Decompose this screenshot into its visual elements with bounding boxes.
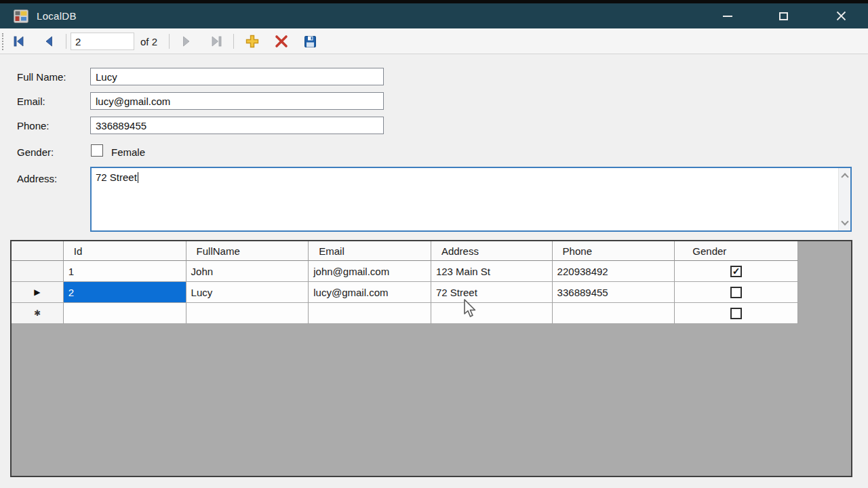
delete-button[interactable] xyxy=(272,32,291,51)
gender-label: Gender: xyxy=(17,146,54,158)
cell-fullname[interactable] xyxy=(186,303,309,324)
text-caret xyxy=(138,172,139,183)
column-header-phone[interactable]: Phone xyxy=(553,241,675,261)
gender-checkbox[interactable] xyxy=(91,144,103,157)
column-header-address[interactable]: Address xyxy=(431,241,553,261)
maximize-button[interactable] xyxy=(768,3,799,28)
position-input[interactable] xyxy=(71,33,134,50)
row-header[interactable] xyxy=(12,261,64,282)
cell-fullname[interactable]: John xyxy=(186,261,309,282)
move-next-button[interactable] xyxy=(177,32,196,51)
cell-id[interactable]: 1 xyxy=(64,261,186,282)
close-button[interactable] xyxy=(825,3,856,28)
cell-gender[interactable] xyxy=(675,282,798,303)
binding-navigator-toolbar: of 2 xyxy=(0,28,868,54)
cell-phone[interactable]: 336889455 xyxy=(553,282,675,303)
column-header-id[interactable]: Id xyxy=(64,241,186,261)
cell-id-selected[interactable]: 2 xyxy=(64,282,186,303)
full-name-input[interactable] xyxy=(90,68,384,85)
grid-corner-header[interactable] xyxy=(12,241,64,261)
email-label: Email: xyxy=(17,96,45,107)
cell-gender[interactable] xyxy=(675,303,798,324)
table-row-selected: ▶ 2 Lucy lucy@gmail.com 72 Street 336889… xyxy=(12,282,798,303)
toolbar-separator xyxy=(169,34,170,49)
table-row: 1 John john@gmail.com 123 Main St 220938… xyxy=(12,261,798,282)
delete-icon xyxy=(274,34,289,49)
cell-address[interactable]: 123 Main St xyxy=(431,261,553,282)
move-last-icon xyxy=(210,35,223,48)
move-first-icon xyxy=(12,35,26,48)
cell-address[interactable]: 72 Street xyxy=(431,282,553,303)
save-button[interactable] xyxy=(300,32,319,51)
move-next-icon xyxy=(180,35,193,48)
cell-phone[interactable] xyxy=(553,303,675,324)
email-input[interactable] xyxy=(90,92,384,110)
gender-checkbox-label: Female xyxy=(111,146,145,158)
grid-header-row: Id FullName Email Address Phone Gender xyxy=(12,241,798,261)
scroll-down-icon[interactable] xyxy=(841,218,848,225)
toolbar-grip[interactable] xyxy=(2,33,3,50)
column-header-gender[interactable]: Gender xyxy=(675,241,798,261)
gender-cell-checkbox[interactable]: ✓ xyxy=(730,266,742,277)
record-count-label: of 2 xyxy=(140,36,157,47)
cell-address[interactable] xyxy=(431,303,553,324)
gender-cell-checkbox[interactable] xyxy=(730,287,742,298)
phone-label: Phone: xyxy=(17,120,50,131)
close-icon xyxy=(836,11,846,21)
scroll-up-icon[interactable] xyxy=(841,173,848,180)
row-header-new[interactable]: ✱ xyxy=(12,303,64,324)
toolbar-separator xyxy=(66,34,66,49)
address-text: 72 Street xyxy=(96,171,138,183)
address-label: Address: xyxy=(17,173,57,184)
cell-id[interactable] xyxy=(64,303,186,324)
cell-email[interactable] xyxy=(309,303,431,324)
add-new-button[interactable] xyxy=(243,32,262,51)
gender-cell-checkbox[interactable] xyxy=(730,308,742,319)
move-first-button[interactable] xyxy=(9,32,28,51)
column-header-fullname[interactable]: FullName xyxy=(186,241,309,261)
minimize-button[interactable] xyxy=(712,3,743,28)
column-header-email[interactable]: Email xyxy=(309,241,431,261)
cell-phone[interactable]: 220938492 xyxy=(553,261,675,282)
address-scrollbar[interactable] xyxy=(838,168,850,230)
titlebar: LocalDB xyxy=(0,3,868,28)
cell-fullname[interactable]: Lucy xyxy=(186,282,309,303)
move-previous-icon xyxy=(42,35,56,48)
table-row-new: ✱ xyxy=(12,303,798,324)
add-icon xyxy=(245,34,260,49)
phone-input[interactable] xyxy=(90,117,384,134)
data-grid: Id FullName Email Address Phone Gender 1… xyxy=(10,240,852,477)
minimize-icon xyxy=(723,16,732,17)
address-textarea[interactable]: 72 Street xyxy=(90,167,852,232)
full-name-label: Full Name: xyxy=(17,71,66,83)
move-last-button[interactable] xyxy=(207,32,226,51)
window-title: LocalDB xyxy=(37,10,77,22)
cell-gender[interactable]: ✓ xyxy=(675,261,798,282)
move-previous-button[interactable] xyxy=(39,32,58,51)
save-icon xyxy=(303,35,317,49)
toolbar-separator xyxy=(233,34,234,49)
cell-email[interactable]: john@gmail.com xyxy=(309,261,431,282)
maximize-icon xyxy=(779,12,788,20)
row-header-current[interactable]: ▶ xyxy=(12,282,64,303)
app-icon xyxy=(14,9,28,23)
cell-email[interactable]: lucy@gmail.com xyxy=(309,282,431,303)
